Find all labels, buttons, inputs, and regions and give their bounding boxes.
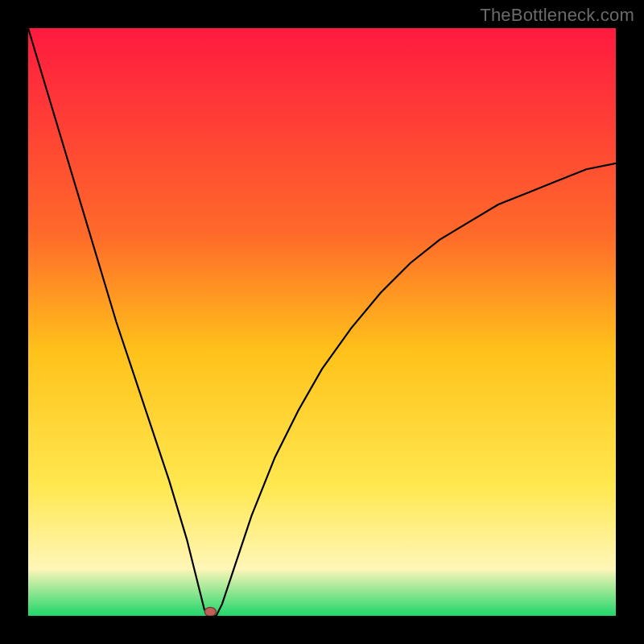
chart-plot — [28, 28, 616, 616]
watermark-text: TheBottleneck.com — [480, 5, 634, 26]
optimum-marker — [204, 608, 216, 617]
chart-frame: { "watermark": "TheBottleneck.com", "col… — [0, 0, 644, 644]
